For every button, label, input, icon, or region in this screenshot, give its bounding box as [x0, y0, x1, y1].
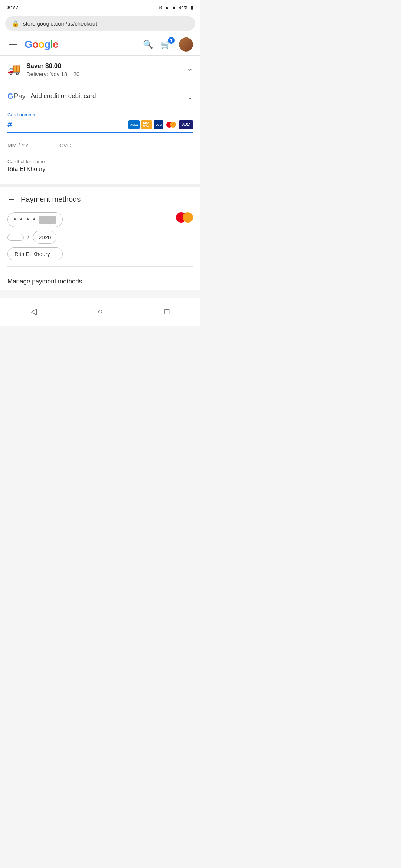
search-icon[interactable]: 🔍: [143, 40, 153, 49]
delivery-section: 🚚 Saver $0.00 Delivery: Nov 18 – 20 ⌄: [0, 56, 200, 84]
url-text: store.google.com/us/checkout: [23, 20, 97, 27]
payment-methods-section: ← Payment methods • • • • / 2020 Rita El…: [0, 187, 200, 290]
avatar-image: [179, 37, 193, 52]
cart-wrapper[interactable]: 🛒 1: [160, 39, 172, 50]
google-logo: Google: [25, 39, 58, 50]
cardholder-name: Rita El Khoury: [7, 166, 193, 175]
main-content: 🚚 Saver $0.00 Delivery: Nov 18 – 20 ⌄ G …: [0, 56, 200, 290]
expiry-cvc-row: [7, 141, 193, 151]
hamburger-line-3: [9, 47, 17, 47]
status-icons: ⊖ ▲ ▲ 94% ▮: [158, 4, 193, 10]
expiry-input[interactable]: [7, 142, 48, 148]
status-time: 8:27: [7, 4, 19, 10]
expiry-month-box[interactable]: [7, 234, 24, 241]
expiry-year-box[interactable]: 2020: [33, 231, 56, 244]
expiry-field: [7, 142, 48, 151]
visa-logo: VISA: [179, 120, 193, 129]
card-number-field: Card number # AMEX DISCOVER JCB VISA: [7, 112, 193, 133]
cardholder-label: Cardholder name: [7, 159, 193, 164]
toolbar-icons: 🔍 🛒 1: [143, 37, 193, 52]
card-last-digits: [39, 216, 56, 224]
nav-bar: [0, 298, 200, 326]
slash: /: [27, 233, 29, 241]
gpay-label: Add credit or debit card: [31, 92, 187, 100]
signal-icon: ▲: [172, 4, 176, 10]
hamburger-menu[interactable]: [7, 40, 19, 49]
nav-recent-button[interactable]: [159, 303, 175, 320]
manage-payment-link[interactable]: Manage payment methods: [7, 273, 193, 287]
mastercard-logo: [165, 121, 177, 128]
delivery-chevron-icon[interactable]: ⌄: [187, 64, 193, 73]
divider: [7, 266, 193, 267]
hamburger-line-1: [9, 42, 17, 42]
address-bar-container: 🔒 store.google.com/us/checkout: [0, 13, 200, 34]
cart-badge: 1: [168, 37, 175, 44]
delivery-info: Saver $0.00 Delivery: Nov 18 – 20: [26, 62, 181, 77]
truck-icon: 🚚: [7, 63, 20, 75]
nav-home-button[interactable]: [92, 303, 108, 320]
battery-text: 94%: [179, 4, 188, 10]
card-dots: • • • •: [14, 216, 36, 224]
dnd-icon: ⊖: [158, 4, 162, 10]
delivery-date: Delivery: Nov 18 – 20: [26, 71, 181, 77]
cvc-field: [59, 142, 89, 151]
wifi-icon: ▲: [164, 4, 169, 10]
hash-icon: #: [7, 120, 12, 129]
payment-methods-title: Payment methods: [21, 195, 81, 204]
avatar[interactable]: [179, 37, 193, 52]
gpay-chevron-icon[interactable]: ⌄: [187, 92, 193, 101]
payment-methods-header: ← Payment methods: [7, 194, 193, 204]
browser-toolbar: Google 🔍 🛒 1: [0, 34, 200, 56]
lock-icon: 🔒: [12, 20, 19, 27]
hamburger-line-2: [9, 44, 17, 45]
gpay-logo: G Pay: [7, 92, 26, 101]
card-number-dots: • • • •: [7, 212, 63, 227]
card-form-section: Card number # AMEX DISCOVER JCB VISA: [0, 108, 200, 187]
gpay-section[interactable]: G Pay Add credit or debit card ⌄: [0, 84, 200, 108]
amex-logo: AMEX: [128, 120, 140, 129]
cardholder-name-box[interactable]: Rita El Khoury: [7, 247, 63, 260]
discover-logo: DISCOVER: [141, 120, 152, 129]
battery-icon: ▮: [190, 4, 193, 10]
delivery-title: Saver $0.00: [26, 62, 181, 70]
card-number-row: # AMEX DISCOVER JCB VISA: [7, 120, 193, 133]
cvc-input[interactable]: [59, 142, 89, 148]
back-arrow-icon[interactable]: ←: [7, 194, 16, 204]
card-number-label: Card number: [7, 112, 193, 118]
card-logos: AMEX DISCOVER JCB VISA: [128, 120, 193, 129]
gpay-text: Pay: [14, 92, 26, 100]
card-details-left: • • • • / 2020 Rita El Khoury: [7, 212, 63, 260]
expiry-row: / 2020: [7, 231, 63, 244]
saved-card: • • • • / 2020 Rita El Khoury: [7, 212, 193, 260]
mastercard-badge: [176, 212, 193, 223]
cardholder-field: Cardholder name Rita El Khoury: [7, 159, 193, 175]
jcb-logo: JCB: [154, 120, 163, 129]
status-bar: 8:27 ⊖ ▲ ▲ 94% ▮: [0, 0, 200, 13]
nav-back-button[interactable]: [25, 303, 42, 320]
address-pill[interactable]: 🔒 store.google.com/us/checkout: [5, 16, 195, 31]
